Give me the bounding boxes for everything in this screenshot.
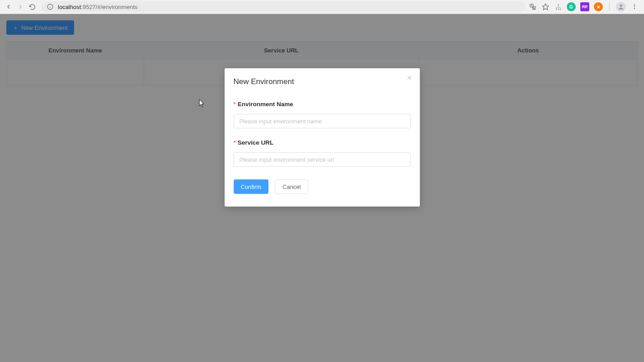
modal-overlay[interactable]: New Environment * Environment Name * Ser… <box>0 14 644 362</box>
info-icon <box>46 3 54 11</box>
svg-point-13 <box>634 8 635 9</box>
back-button[interactable] <box>3 1 14 13</box>
new-environment-dialog: New Environment * Environment Name * Ser… <box>225 68 420 207</box>
env-name-label-text: Environment Name <box>238 101 293 108</box>
dialog-title: New Environment <box>234 77 411 86</box>
service-url-label-text: Service URL <box>238 139 274 146</box>
url-path: :9527/#/environments <box>81 4 137 10</box>
separator <box>609 3 610 11</box>
forward-button[interactable] <box>14 1 26 13</box>
svg-rect-8 <box>558 9 559 10</box>
svg-rect-7 <box>555 9 557 10</box>
cancel-button[interactable]: Cancel <box>275 179 308 194</box>
extension-rp-icon[interactable]: RP <box>580 2 589 11</box>
page-viewport: ＋ New Environment Environment Name Servi… <box>0 14 644 362</box>
confirm-button[interactable]: Confirm <box>234 179 269 194</box>
extension-orange-icon[interactable]: ✕ <box>594 2 603 11</box>
sitemap-icon[interactable] <box>554 3 562 11</box>
svg-marker-5 <box>542 4 548 9</box>
env-name-label: * Environment Name <box>234 101 411 108</box>
close-icon <box>406 75 413 81</box>
svg-point-12 <box>634 6 635 7</box>
close-button[interactable] <box>406 75 413 81</box>
translate-icon[interactable] <box>529 3 537 11</box>
url-host: localhost <box>58 4 81 10</box>
profile-avatar[interactable] <box>616 2 626 12</box>
svg-rect-9 <box>559 9 561 10</box>
reload-button[interactable] <box>26 1 38 13</box>
dialog-actions: Confirm Cancel <box>234 179 411 194</box>
required-asterisk: * <box>234 139 236 146</box>
required-asterisk: * <box>234 101 236 108</box>
svg-point-10 <box>620 5 622 7</box>
env-name-input[interactable] <box>234 114 411 128</box>
browser-actions: G RP ✕ <box>529 2 641 12</box>
svg-rect-6 <box>558 4 559 5</box>
svg-point-11 <box>634 5 635 5</box>
star-icon[interactable] <box>541 3 550 11</box>
browser-toolbar: localhost:9527/#/environments G RP ✕ <box>0 0 644 14</box>
service-url-label: * Service URL <box>234 139 411 146</box>
service-url-input[interactable] <box>234 152 411 167</box>
extension-grammarly-icon[interactable]: G <box>567 2 576 11</box>
kebab-menu-icon[interactable] <box>630 3 639 11</box>
address-bar[interactable]: localhost:9527/#/environments <box>42 1 525 12</box>
